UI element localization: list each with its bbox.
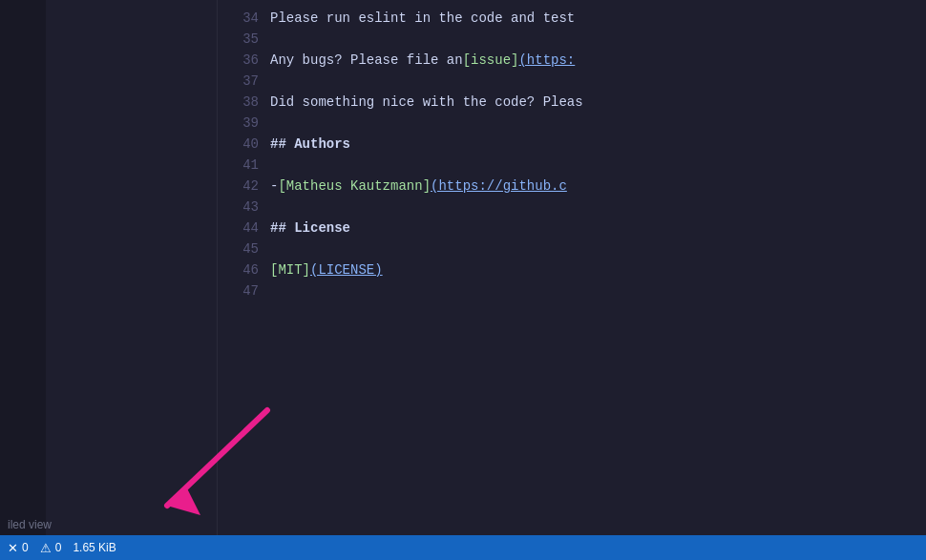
line-number: 44 [218,218,259,239]
code-segment: [Matheus Kautzmann] [278,176,431,197]
line-number: 43 [218,197,259,218]
line-number: 45 [218,239,259,259]
code-line: Did something nice with the code? Pleas [270,92,926,113]
error-count: 0 [22,541,29,554]
code-line: [MIT](LICENSE) [270,259,926,280]
error-count-item[interactable]: ✕ 0 [8,541,29,555]
line-number: 40 [218,134,259,155]
warning-count-item[interactable]: ⚠ 0 [40,541,62,555]
warning-count: 0 [55,541,62,554]
code-segment: Please run eslint in the code and test [270,8,575,29]
line-number: 39 [218,113,259,134]
line-number: 36 [218,50,259,71]
sidebar-panel [46,0,218,535]
activity-bar [0,0,46,535]
code-line [270,113,926,134]
code-line: - [Matheus Kautzmann](https://github.c [270,176,926,197]
code-segment: ## Authors [270,134,350,155]
code-segment: Any bugs? Please file an [270,50,463,71]
main-area: 3435363738394041424344454647 Please run … [0,0,926,535]
code-line [270,155,926,176]
code-line [270,197,926,218]
editor-area: 3435363738394041424344454647 Please run … [218,0,926,535]
app-layout: 3435363738394041424344454647 Please run … [0,0,926,560]
code-line: Please run eslint in the code and test [270,8,926,29]
line-number: 38 [218,92,259,113]
bottom-text-area: iled view [0,518,220,531]
line-number: 47 [218,280,259,301]
code-line [270,71,926,92]
code-line [270,239,926,259]
code-line [270,280,926,301]
warning-icon: ⚠ [40,541,52,555]
code-segment: - [270,176,278,197]
line-number: 41 [218,155,259,176]
error-icon: ✕ [8,541,18,555]
line-number: 35 [218,29,259,50]
code-lines: Please run eslint in the code and test A… [270,8,926,535]
code-segment: [issue] [463,50,519,71]
line-numbers: 3435363738394041424344454647 [218,8,270,535]
file-size-item: 1.65 KiB [73,541,116,554]
code-line [270,29,926,50]
line-number: 42 [218,176,259,197]
line-number: 34 [218,8,259,29]
code-line: ## Authors [270,134,926,155]
code-segment: Did something nice with the code? Pleas [270,92,583,113]
line-number: 46 [218,259,259,280]
code-segment: (https://github.c [431,176,567,197]
file-size: 1.65 KiB [73,541,116,554]
code-segment: ## License [270,218,350,239]
code-line: Any bugs? Please file an [issue](https: [270,50,926,71]
code-segment: (https: [518,50,575,71]
code-segment: (LICENSE) [310,259,383,280]
bottom-label: iled view [8,518,52,531]
code-line: ## License [270,218,926,239]
code-segment: [MIT] [270,259,310,280]
line-number: 37 [218,71,259,92]
status-bar: ✕ 0 ⚠ 0 1.65 KiB [0,535,926,560]
editor-content: 3435363738394041424344454647 Please run … [218,0,926,535]
